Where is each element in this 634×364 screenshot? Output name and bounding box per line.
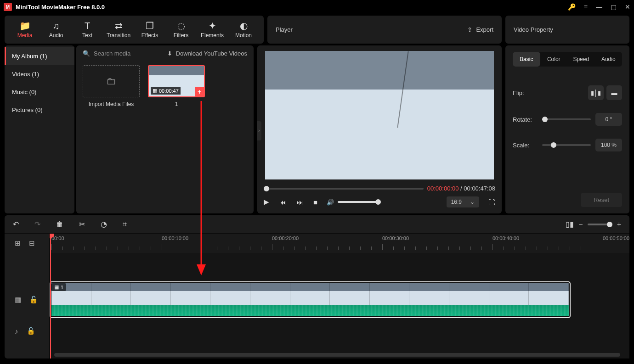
tab-basic[interactable]: Basic xyxy=(513,52,540,67)
export-icon: ⇪ xyxy=(467,26,472,33)
download-youtube-button[interactable]: ⬇ Download YouTube Videos xyxy=(167,50,247,57)
player-pane: › 00:00:00:00 / 00:00:47:08 ▶ ⏮ ⏭ ■ 🔊 xyxy=(257,45,502,213)
app-logo: M xyxy=(4,3,12,11)
import-media-button[interactable]: 🗀 xyxy=(83,65,140,97)
import-media-label: Import Media Files xyxy=(89,101,134,107)
flip-horizontal-button[interactable]: ▮│▮ xyxy=(588,85,604,100)
zoom-in-button[interactable]: + xyxy=(617,220,621,229)
prev-frame-button[interactable]: ⏮ xyxy=(279,198,286,206)
scale-value[interactable]: 100 % xyxy=(595,139,622,151)
folder-icon: 📁 xyxy=(19,21,31,30)
video-icon: ▦ xyxy=(54,284,59,290)
text-icon: T xyxy=(85,21,90,30)
expand-panel-button[interactable]: › xyxy=(257,121,261,140)
tab-audio[interactable]: Audio xyxy=(595,52,623,67)
tab-color[interactable]: Color xyxy=(540,52,568,67)
video-track-lock[interactable]: 🔓 xyxy=(29,296,38,304)
stop-button[interactable]: ■ xyxy=(313,198,317,206)
undo-button[interactable]: ↶ xyxy=(13,220,19,229)
download-icon: ⬇ xyxy=(167,50,172,57)
tool-transition[interactable]: ⇄Transition xyxy=(103,17,134,43)
search-input[interactable]: 🔍 Search media xyxy=(83,50,164,57)
rotate-slider[interactable] xyxy=(542,118,591,120)
volume-icon[interactable]: 🔊 xyxy=(327,199,334,206)
timeline-scrollbar[interactable] xyxy=(54,353,620,357)
titlebar: M MiniTool MovieMaker Free 8.0.0 🔑 ≡ — ▢… xyxy=(0,0,634,14)
zoom-out-button[interactable]: − xyxy=(578,220,583,229)
album-item-pictures[interactable]: Pictures (0) xyxy=(5,101,74,119)
flip-label: Flip: xyxy=(513,90,538,96)
transition-icon: ⇄ xyxy=(115,21,123,30)
property-pane: Basic Color Speed Audio Flip: ▮│▮ ▬ Rota… xyxy=(505,45,629,213)
elements-icon: ✦ xyxy=(209,21,216,30)
minimize-icon[interactable]: — xyxy=(596,3,602,11)
clip-duration: ▦ 00:00:47 xyxy=(151,87,181,95)
album-item-videos[interactable]: Videos (1) xyxy=(5,65,74,83)
maximize-icon[interactable]: ▢ xyxy=(611,3,617,11)
playhead[interactable] xyxy=(50,234,51,358)
flip-vertical-button[interactable]: ▬ xyxy=(606,85,622,100)
audio-track[interactable] xyxy=(50,318,629,344)
close-icon[interactable]: ✕ xyxy=(625,3,630,11)
main-toolbar: 📁Media ♫Audio TText ⇄Transition ❐Effects… xyxy=(5,16,264,44)
collapse-tracks-button[interactable]: ⊟ xyxy=(29,239,35,247)
export-button[interactable]: ⇪ Export xyxy=(467,26,493,33)
redo-button[interactable]: ↷ xyxy=(34,220,40,229)
scale-slider[interactable] xyxy=(542,144,591,146)
timecode: 00:00:00:00 / 00:00:47:08 xyxy=(427,185,495,192)
video-track-icon: ▦ xyxy=(15,296,21,304)
album-item-music[interactable]: Music (0) xyxy=(5,83,74,101)
add-track-button[interactable]: ⊞ xyxy=(15,239,21,247)
scale-label: Scale: xyxy=(513,142,538,149)
media-clip-thumb[interactable]: ▦ 00:00:47 + xyxy=(148,65,205,97)
add-clip-button[interactable]: + xyxy=(195,87,204,96)
property-header: Video Property xyxy=(505,16,629,44)
reset-button[interactable]: Reset xyxy=(581,193,622,207)
motion-icon: ◐ xyxy=(240,21,248,30)
split-button[interactable]: ✂ xyxy=(79,220,85,229)
player-header-label: Player xyxy=(276,26,293,33)
audio-waveform xyxy=(51,305,569,316)
speed-button[interactable]: ◔ xyxy=(101,220,107,229)
tool-motion[interactable]: ◐Motion xyxy=(228,17,259,43)
tab-speed[interactable]: Speed xyxy=(567,52,595,67)
video-clip-track[interactable]: ▦1 xyxy=(50,281,571,318)
folder-icon: 🗀 xyxy=(106,75,116,87)
player-header: Player ⇪ Export xyxy=(267,16,502,44)
volume-slider[interactable] xyxy=(338,201,379,203)
chevron-down-icon: ⌄ xyxy=(470,199,475,205)
effects-icon: ❐ xyxy=(146,21,154,30)
music-icon: ♫ xyxy=(53,21,60,30)
video-preview[interactable] xyxy=(265,51,494,179)
delete-button[interactable]: 🗑 xyxy=(56,220,63,229)
timeline: ↶ ↷ 🗑 ✂ ◔ ⌗ ▯▮ − + ⊞ ⊟ ▦ xyxy=(5,215,629,358)
key-icon[interactable]: 🔑 xyxy=(568,3,576,11)
video-icon: ▦ xyxy=(153,88,157,94)
fullscreen-button[interactable]: ⛶ xyxy=(488,198,495,206)
search-icon: 🔍 xyxy=(83,50,90,57)
tool-filters[interactable]: ◌Filters xyxy=(165,17,197,43)
property-tabs: Basic Color Speed Audio xyxy=(513,52,622,67)
app-title: MiniTool MovieMaker Free 8.0.0 xyxy=(16,4,568,11)
crop-button[interactable]: ⌗ xyxy=(123,220,127,229)
next-frame-button[interactable]: ⏭ xyxy=(296,198,303,206)
tool-media[interactable]: 📁Media xyxy=(9,17,40,43)
scrub-bar[interactable] xyxy=(264,188,424,190)
time-ruler[interactable]: 00:0000:00:10:0000:00:20:0000:00:30:0000… xyxy=(50,234,629,253)
play-button[interactable]: ▶ xyxy=(264,198,269,206)
tool-text[interactable]: TText xyxy=(72,17,103,43)
menu-icon[interactable]: ≡ xyxy=(584,3,588,11)
rotate-value[interactable]: 0 ° xyxy=(595,113,622,126)
fit-button[interactable]: ▯▮ xyxy=(566,220,574,229)
rotate-label: Rotate: xyxy=(513,116,538,123)
audio-track-icon: ♪ xyxy=(15,327,18,335)
album-item-myalbum[interactable]: My Album (1) xyxy=(5,47,74,65)
filters-icon: ◌ xyxy=(177,21,185,30)
audio-track-lock[interactable]: 🔓 xyxy=(27,327,35,335)
album-sidebar: My Album (1) Videos (1) Music (0) Pictur… xyxy=(5,45,74,213)
tool-effects[interactable]: ❐Effects xyxy=(134,17,165,43)
tool-elements[interactable]: ✦Elements xyxy=(197,17,228,43)
aspect-ratio-select[interactable]: 16:9 ⌄ xyxy=(447,196,479,207)
zoom-slider[interactable] xyxy=(588,224,612,225)
tool-audio[interactable]: ♫Audio xyxy=(40,17,72,43)
